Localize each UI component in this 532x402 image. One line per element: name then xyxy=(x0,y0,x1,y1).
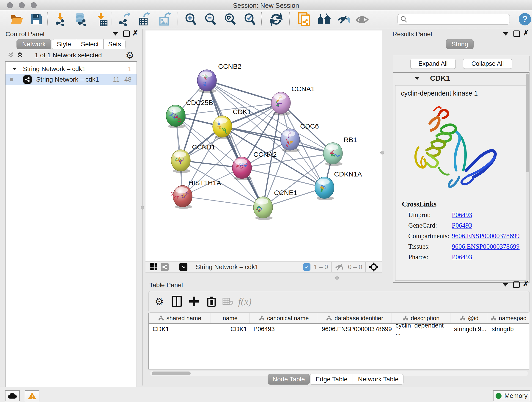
node-CDC25B[interactable]: CDC25B xyxy=(166,99,213,128)
network-collection-row[interactable]: String Network – cdk1 1 xyxy=(6,64,137,74)
expand-all-button[interactable]: Expand All xyxy=(410,59,456,69)
zoom-fit-icon[interactable] xyxy=(223,12,238,27)
fit-selection-crosshair-icon[interactable] xyxy=(369,262,379,272)
collapse-all-button[interactable]: Collapse All xyxy=(463,59,512,69)
results-scrollbar[interactable] xyxy=(526,73,529,281)
table-toolbar: ⚙ f(x) xyxy=(148,291,530,313)
crosslink-value-link[interactable]: P06493 xyxy=(452,211,472,222)
collapse-all-networks-icon[interactable] xyxy=(7,52,14,59)
cloud-status-button[interactable] xyxy=(5,390,20,401)
network-view-canvas[interactable]: CCNB2CCNA1CDC25BCDK1CDC6RB1CCNB1CCNA2CDK… xyxy=(146,31,382,261)
results-panel-close-icon[interactable]: ✗ xyxy=(523,31,529,36)
node-CCNA1[interactable]: CCNA1 xyxy=(271,85,315,115)
string-network-graph[interactable]: CCNB2CCNA1CDC25BCDK1CDC6RB1CCNB1CCNA2CDK… xyxy=(146,31,382,261)
edge-HIST1H1A-CCNE1[interactable] xyxy=(183,196,263,207)
node-label-CCNB1: CCNB1 xyxy=(192,143,215,151)
search-input[interactable] xyxy=(407,16,505,23)
selected-nodes-checkbox-icon[interactable]: ✓ xyxy=(303,263,310,271)
show-eye-icon[interactable] xyxy=(355,12,370,27)
search-field[interactable] xyxy=(398,14,510,25)
control-panel-menu-icon[interactable] xyxy=(113,32,118,36)
table-panel-menu-icon[interactable] xyxy=(503,283,508,287)
crosslink-value-link[interactable]: P06493 xyxy=(452,222,472,232)
delete-column-trash-icon[interactable] xyxy=(205,294,218,308)
crosslink-value-link[interactable]: P06493 xyxy=(452,253,472,264)
crosslink-label: Tissues: xyxy=(408,243,452,253)
left-splitter-handle[interactable] xyxy=(141,206,144,210)
node-HIST1H1A[interactable]: HIST1H1A xyxy=(171,179,221,209)
warning-status-button[interactable] xyxy=(25,390,39,401)
cloud-icon xyxy=(8,393,17,399)
table-row[interactable]: CDK1 CDK1 P06493 9606.ENSP00000378699 cy… xyxy=(149,324,529,335)
table-options-gear-icon[interactable]: ⚙ xyxy=(152,294,166,308)
column-header: database identifier xyxy=(318,313,392,323)
open-session-icon[interactable] xyxy=(9,12,24,27)
delete-table-icon[interactable] xyxy=(221,294,235,308)
edge-CCNB2-CCNA1[interactable] xyxy=(207,80,281,103)
node-label-CDK1: CDK1 xyxy=(233,108,251,115)
tab-sets[interactable]: Sets xyxy=(104,39,126,49)
network-row-selected[interactable]: String Network – cdk1 11 48 xyxy=(6,74,137,85)
tab-edge-table[interactable]: Edge Table xyxy=(310,374,353,385)
protein-structure-image xyxy=(405,102,501,193)
results-panel-menu-icon[interactable] xyxy=(503,32,508,36)
hidden-eye-icon[interactable] xyxy=(335,263,345,271)
table-panel-float-icon[interactable] xyxy=(513,281,520,288)
tab-network[interactable]: Network xyxy=(17,39,51,49)
tab-network-table[interactable]: Network Table xyxy=(353,374,404,385)
hide-unhide-icon[interactable] xyxy=(336,12,351,27)
open-in-window-icon[interactable] xyxy=(179,263,187,271)
home-network-icon[interactable] xyxy=(317,12,332,27)
network-share-icon[interactable] xyxy=(161,263,169,271)
table-panel-close-icon[interactable]: ✗ xyxy=(523,281,529,287)
node-CDKN1A[interactable]: CDKN1A xyxy=(315,170,362,200)
tab-string[interactable]: String xyxy=(446,39,474,49)
node-CCNE1[interactable]: CCNE1 xyxy=(253,189,298,220)
duplicate-network-icon[interactable] xyxy=(297,12,312,27)
node-CDC6[interactable]: CDC6 xyxy=(280,122,319,152)
export-image-icon[interactable] xyxy=(158,12,173,27)
save-session-icon[interactable] xyxy=(29,12,44,27)
node-CCNB1[interactable]: CCNB1 xyxy=(171,143,215,173)
right-splitter-handle[interactable] xyxy=(380,151,384,154)
gene-card: CDK1 cyclin-dependent kinase 1 xyxy=(393,72,530,283)
tab-style[interactable]: Style xyxy=(52,39,76,49)
gene-card-body: cyclin-dependent kinase 1 xyxy=(395,85,527,281)
gene-card-collapse-icon[interactable] xyxy=(415,77,420,80)
function-builder-icon[interactable]: f(x) xyxy=(238,294,252,308)
bottom-splitter-handle[interactable] xyxy=(335,276,339,280)
help-button[interactable]: ? xyxy=(519,13,531,26)
create-column-plus-icon[interactable] xyxy=(187,294,201,308)
birds-eye-grid-icon[interactable] xyxy=(150,263,157,271)
zoom-in-icon[interactable] xyxy=(183,12,198,27)
network-options-gear-icon[interactable]: ⚙ xyxy=(126,50,134,61)
crosslink-label: Uniprot: xyxy=(408,211,452,222)
column-header: namespac xyxy=(488,313,529,323)
zoom-out-icon[interactable] xyxy=(203,12,218,27)
export-network-icon[interactable] xyxy=(116,12,132,27)
gene-description: cyclin-dependent kinase 1 xyxy=(401,89,478,97)
import-table-icon[interactable] xyxy=(94,12,109,27)
results-panel-float-icon[interactable] xyxy=(513,31,520,37)
tab-node-table[interactable]: Node Table xyxy=(268,374,310,385)
memory-button[interactable]: Memory xyxy=(493,390,530,401)
edge-CCNB2-CCNE1[interactable] xyxy=(207,80,263,207)
node-RB1[interactable]: RB1 xyxy=(323,136,357,166)
node-table[interactable]: shared name name canonical name database… xyxy=(148,313,529,370)
export-table-icon[interactable] xyxy=(137,12,152,27)
control-panel-float-icon[interactable] xyxy=(123,31,130,37)
search-icon xyxy=(400,16,407,23)
node-label-CDC25B: CDC25B xyxy=(186,99,213,106)
control-panel-close-icon[interactable]: ✗ xyxy=(133,31,138,36)
show-columns-icon[interactable] xyxy=(170,294,184,308)
tab-select[interactable]: Select xyxy=(76,39,104,49)
expand-all-networks-icon[interactable] xyxy=(17,52,23,59)
refresh-icon[interactable] xyxy=(268,12,284,27)
crosslink-value-link[interactable]: 9606.ENSP00000378699 xyxy=(452,232,520,243)
zoom-selected-icon[interactable] xyxy=(242,12,258,27)
import-network-from-database-icon[interactable] xyxy=(73,12,89,27)
network-view-title: String Network – cdk1 xyxy=(196,263,259,271)
crosslink-value-link[interactable]: 9606.ENSP00000378699 xyxy=(452,243,520,253)
collection-collapse-icon[interactable] xyxy=(12,68,17,70)
import-network-icon[interactable] xyxy=(53,12,68,27)
